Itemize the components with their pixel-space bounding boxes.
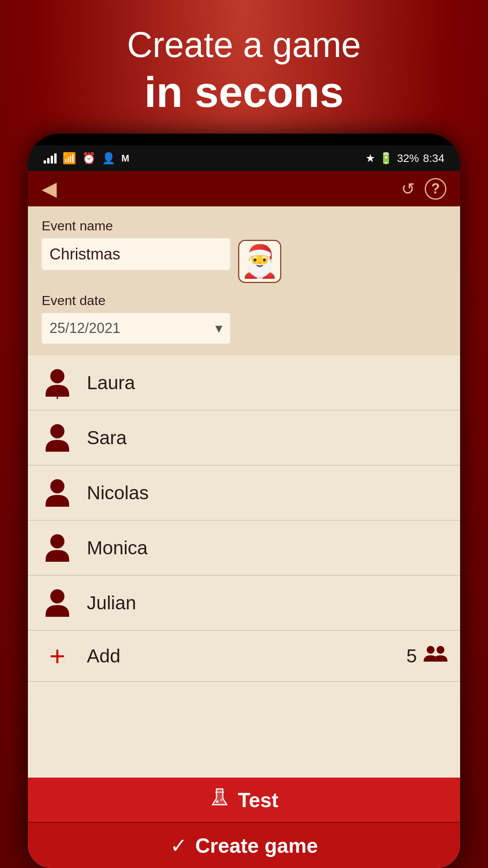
- participant-row[interactable]: Monica: [28, 520, 460, 576]
- test-button-label: Test: [238, 788, 278, 812]
- event-date-dropdown[interactable]: 25/12/2021 ▾: [42, 313, 230, 344]
- wifi-icon: 📶: [62, 152, 76, 165]
- battery-percent: 32%: [397, 152, 419, 165]
- gmail-icon: M: [121, 153, 129, 164]
- dropdown-arrow-icon: ▾: [215, 320, 222, 337]
- svg-point-5: [50, 589, 64, 603]
- avatar: [40, 420, 75, 456]
- svg-point-2: [50, 424, 64, 438]
- add-label: Add: [87, 645, 406, 667]
- event-name-section: Event name: [42, 218, 230, 270]
- status-bar: 📶 ⏰ 👤 M ★ 🔋 32% 8:34: [28, 145, 460, 171]
- event-name-row: Event name 🎅: [42, 218, 446, 283]
- bluetooth-icon: ★: [365, 152, 375, 165]
- svg-point-6: [427, 646, 435, 654]
- participant-name: Laura: [87, 372, 135, 394]
- alarm-icon: ⏰: [82, 152, 96, 165]
- header-line2: in secons: [127, 66, 361, 118]
- app-toolbar: ◀ ↺ ?: [28, 171, 460, 206]
- flask-icon: [209, 787, 230, 813]
- create-game-button[interactable]: ✓ Create game: [28, 823, 460, 868]
- main-content: Event name 🎅 Event date 25/12/2021 ▾: [28, 206, 460, 868]
- status-left: 📶 ⏰ 👤 M: [44, 152, 129, 165]
- avatar: +: [40, 365, 75, 401]
- help-button[interactable]: ?: [425, 178, 446, 200]
- svg-point-10: [220, 799, 222, 801]
- sync-icon: 👤: [102, 152, 116, 165]
- participant-row[interactable]: Nicolas: [28, 465, 460, 520]
- add-participant-row[interactable]: + Add 5: [28, 631, 460, 682]
- participant-name: Julian: [87, 592, 136, 614]
- avatar: [40, 530, 75, 566]
- phone-top-bar: [28, 134, 460, 145]
- svg-point-7: [437, 646, 444, 654]
- event-name-input[interactable]: [42, 238, 230, 270]
- avatar: [40, 475, 75, 511]
- phone-device: 📶 ⏰ 👤 M ★ 🔋 32% 8:34 ◀ ↺ ? Event name: [28, 134, 460, 868]
- event-date-label: Event date: [42, 293, 446, 308]
- participant-name: Monica: [87, 537, 148, 559]
- participant-count-area: 5: [406, 643, 448, 669]
- event-theme-icon[interactable]: 🎅: [238, 240, 281, 283]
- participant-row[interactable]: Sara: [28, 410, 460, 465]
- date-value: 25/12/2021: [50, 320, 120, 337]
- add-icon: +: [40, 640, 75, 672]
- create-game-label: Create game: [195, 834, 318, 857]
- checkmark-icon: ✓: [170, 834, 187, 857]
- toolbar-right-actions: ↺ ?: [401, 178, 446, 200]
- time-display: 8:34: [423, 152, 445, 165]
- event-form: Event name 🎅 Event date 25/12/2021 ▾: [28, 206, 460, 355]
- participant-name: Nicolas: [87, 482, 149, 504]
- svg-text:+: +: [54, 390, 61, 401]
- page-header: Create a game in secons: [111, 0, 376, 134]
- svg-point-0: [50, 369, 64, 383]
- participants-list: + Laura Sara: [28, 355, 460, 778]
- event-date-section: Event date 25/12/2021 ▾: [42, 293, 446, 344]
- test-button[interactable]: Test: [28, 778, 460, 823]
- battery-icon: 🔋: [379, 152, 393, 165]
- group-icon: [423, 643, 448, 669]
- avatar: [40, 585, 75, 621]
- participant-row[interactable]: Julian: [28, 576, 460, 631]
- svg-point-4: [50, 534, 64, 548]
- participant-row[interactable]: + Laura: [28, 355, 460, 410]
- participant-count: 5: [406, 645, 417, 667]
- participant-name: Sara: [87, 427, 127, 449]
- signal-icon: [44, 153, 57, 164]
- bottom-buttons: Test ✓ Create game: [28, 778, 460, 868]
- refresh-button[interactable]: ↺: [401, 179, 415, 199]
- back-button[interactable]: ◀: [42, 177, 57, 200]
- status-right: ★ 🔋 32% 8:34: [365, 152, 444, 165]
- svg-point-9: [216, 800, 218, 803]
- header-line1: Create a game: [127, 24, 361, 66]
- svg-point-3: [50, 479, 64, 493]
- event-name-label: Event name: [42, 218, 230, 234]
